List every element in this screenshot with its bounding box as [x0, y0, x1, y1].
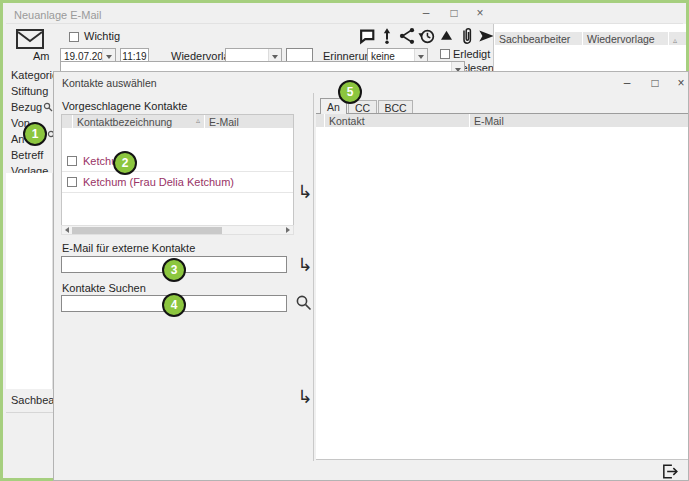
annotation-marker-4: 4 [162, 293, 186, 317]
annotation-marker-2: 2 [113, 151, 137, 175]
dialog-minimize-button[interactable]: – [616, 76, 638, 92]
erledigt-label: Erledigt [453, 48, 490, 60]
email-icon [15, 28, 45, 50]
annotation-marker-1: 1 [23, 122, 47, 146]
column-header-email[interactable]: E-Mail [204, 115, 293, 128]
dialog-titlebar: Kontakte auswählen – □ × [54, 72, 688, 93]
minimize-button[interactable]: – [415, 7, 437, 21]
annotation-marker-5: 5 [338, 80, 362, 104]
sidebar-item-kategorie: Kategorie [11, 69, 58, 81]
assignee-header-row: Sachbearbeiter Wiedervorlage [494, 32, 686, 45]
sort-icon [192, 115, 204, 128]
window-title: Neuanlage E-Mail [14, 9, 101, 21]
envelope-icon [15, 28, 45, 50]
contacts-header-row: Kontaktbezeichnung E-Mail [62, 115, 293, 128]
dialog-close-button[interactable]: × [670, 76, 689, 92]
share-button[interactable] [397, 25, 416, 46]
contacts-horizontal-scrollbar[interactable] [61, 225, 294, 235]
column-header-wiedervorlage[interactable]: Wiedervorlage [582, 32, 668, 45]
external-email-label: E-Mail für externe Kontakte [62, 242, 195, 254]
priority-button[interactable] [377, 25, 396, 46]
column-header-kontaktbezeichnung[interactable]: Kontaktbezeichnung [72, 115, 192, 128]
empty-row-space [62, 128, 293, 151]
exit-icon [660, 462, 680, 481]
contact-row-ketchum[interactable]: Ketchum [62, 151, 293, 172]
column-header-email[interactable]: E-Mail [469, 114, 688, 127]
kontakte-auswaehlen-dialog: Kontakte auswählen – □ × Vorgeschlagene … [53, 71, 689, 481]
column-header-sachbearbeiter[interactable]: Sachbearbeiter [494, 32, 582, 45]
wichtig-label: Wichtig [84, 30, 120, 42]
search-contacts-label: Kontakte Suchen [62, 282, 146, 294]
column-header-kontakt[interactable]: Kontakt [324, 114, 469, 127]
email-toolbar [357, 25, 496, 46]
eject-icon [438, 27, 455, 44]
contact-row-ketchum-delia[interactable]: Ketchum (Frau Delia Ketchum) [62, 172, 293, 193]
magnifier-icon [295, 294, 313, 312]
sidebar-item-stiftung: Stiftung [11, 85, 48, 97]
sidebar-item-betreff: Betreff [11, 149, 43, 161]
scrollbar-thumb[interactable] [72, 227, 222, 234]
contact-name[interactable]: Ketchum (Frau Delia Ketchum) [83, 176, 234, 188]
dialog-maximize-button[interactable]: □ [644, 76, 666, 92]
close-button[interactable]: × [469, 7, 491, 21]
suggested-contacts-label: Vorgeschlagene Kontakte [62, 100, 187, 112]
share-icon [398, 27, 416, 45]
header-gutter [316, 114, 324, 127]
scroll-left-icon[interactable] [62, 226, 72, 234]
attachment-button[interactable] [457, 25, 476, 46]
history-button[interactable] [417, 25, 436, 46]
exit-button[interactable] [660, 462, 680, 481]
header-gutter [62, 115, 72, 128]
tab-bcc[interactable]: BCC [378, 100, 413, 113]
dialog-title: Kontakte auswählen [62, 77, 157, 89]
search-contacts-button[interactable] [295, 294, 313, 312]
paperclip-icon [460, 26, 474, 46]
maximize-button[interactable]: □ [443, 7, 465, 21]
history-icon [417, 26, 436, 45]
bezug-search-button[interactable] [43, 102, 53, 112]
window-titlebar: Neuanlage E-Mail [6, 6, 683, 24]
comment-icon [358, 27, 376, 45]
contact-checkbox[interactable] [67, 177, 77, 187]
form-field-area [6, 173, 53, 389]
recipients-table-body[interactable] [316, 127, 688, 460]
app-window: Neuanlage E-Mail – □ × Wichtig [0, 0, 689, 481]
contact-checkbox[interactable] [67, 156, 77, 166]
eject-button[interactable] [437, 25, 456, 46]
sidebar-separator [6, 412, 53, 413]
comment-button[interactable] [357, 25, 376, 46]
priority-icon [380, 27, 394, 45]
dialog-pane-divider [313, 93, 314, 461]
am-label: Am [33, 50, 50, 62]
magnifier-icon [43, 102, 53, 112]
suggested-contacts-table: Kontaktbezeichnung E-Mail Ketchum Ketchu… [61, 114, 294, 226]
wichtig-checkbox[interactable] [69, 32, 79, 42]
erledigt-checkbox[interactable] [440, 49, 450, 59]
sort-icon [668, 32, 682, 45]
annotation-marker-3: 3 [162, 258, 186, 282]
scroll-right-icon[interactable] [283, 226, 293, 234]
sidebar-item-bezug: Bezug [11, 101, 42, 113]
recipients-header-row: Kontakt E-Mail [316, 114, 688, 127]
